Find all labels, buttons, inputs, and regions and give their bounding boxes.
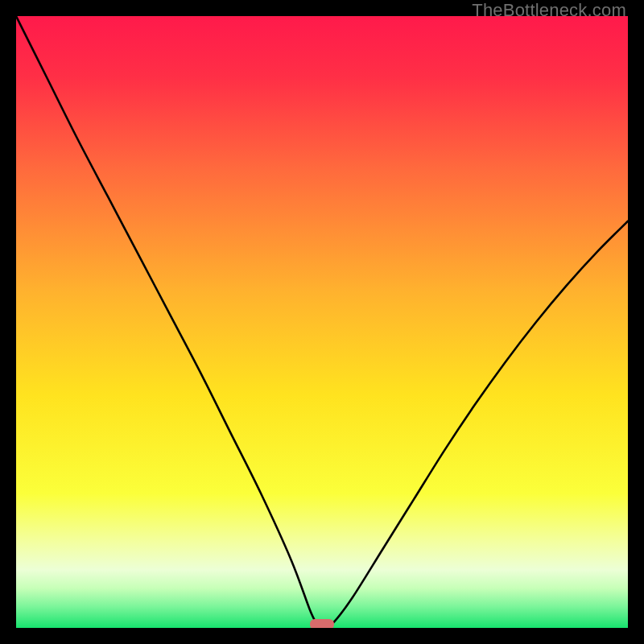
optimum-marker [310,619,334,628]
bottleneck-chart [16,16,628,628]
watermark-text: TheBottleneck.com [472,0,626,21]
